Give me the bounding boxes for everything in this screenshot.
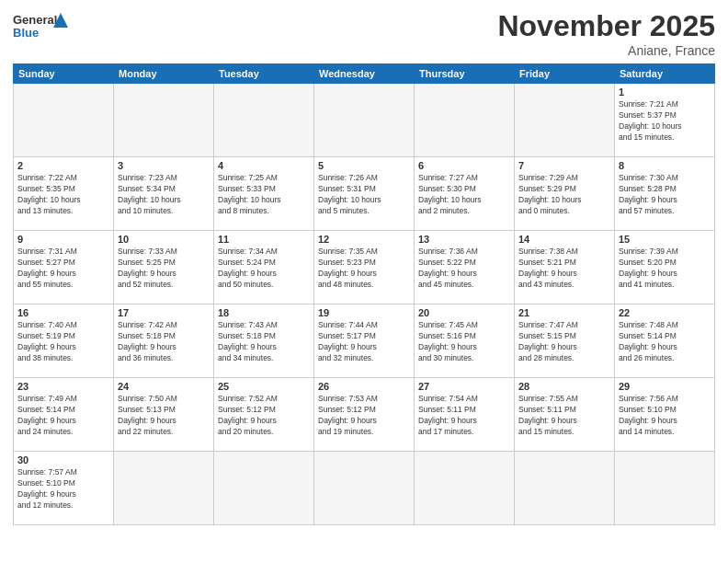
week-row-5: 23Sunrise: 7:49 AMSunset: 5:14 PMDayligh…: [14, 378, 715, 452]
day-number: 9: [17, 234, 109, 245]
logo: General Blue: [13, 9, 68, 42]
day-number: 16: [17, 307, 109, 318]
day-cell: [114, 84, 214, 157]
day-cell: [415, 452, 515, 525]
day-info: Sunrise: 7:45 AMSunset: 5:16 PMDaylight:…: [418, 320, 510, 364]
day-cell: 24Sunrise: 7:50 AMSunset: 5:13 PMDayligh…: [114, 378, 214, 452]
day-number: 28: [518, 381, 610, 392]
day-info: Sunrise: 7:21 AMSunset: 5:37 PMDaylight:…: [619, 99, 711, 144]
day-info: Sunrise: 7:49 AMSunset: 5:14 PMDaylight:…: [17, 394, 109, 438]
day-cell: [14, 84, 114, 157]
day-number: 8: [619, 160, 711, 171]
day-cell: [415, 84, 515, 157]
day-info: Sunrise: 7:42 AMSunset: 5:18 PMDaylight:…: [118, 320, 210, 364]
day-info: Sunrise: 7:55 AMSunset: 5:11 PMDaylight:…: [518, 394, 610, 438]
day-cell: 15Sunrise: 7:39 AMSunset: 5:20 PMDayligh…: [615, 231, 715, 304]
day-number: 12: [318, 234, 410, 245]
day-info: Sunrise: 7:44 AMSunset: 5:17 PMDaylight:…: [318, 320, 410, 364]
day-cell: 16Sunrise: 7:40 AMSunset: 5:19 PMDayligh…: [14, 304, 114, 378]
day-info: Sunrise: 7:35 AMSunset: 5:23 PMDaylight:…: [318, 247, 410, 291]
logo-icon: General Blue: [13, 9, 68, 42]
day-number: 5: [318, 160, 410, 171]
day-cell: 12Sunrise: 7:35 AMSunset: 5:23 PMDayligh…: [314, 231, 415, 304]
day-number: 19: [318, 307, 410, 318]
day-number: 3: [118, 160, 210, 171]
day-cell: [615, 452, 715, 525]
day-cell: 20Sunrise: 7:45 AMSunset: 5:16 PMDayligh…: [415, 304, 515, 378]
day-number: 14: [518, 234, 610, 245]
day-info: Sunrise: 7:54 AMSunset: 5:11 PMDaylight:…: [418, 394, 510, 438]
day-cell: 14Sunrise: 7:38 AMSunset: 5:21 PMDayligh…: [515, 231, 615, 304]
day-cell: 11Sunrise: 7:34 AMSunset: 5:24 PMDayligh…: [214, 231, 314, 304]
col-friday: Friday: [515, 64, 615, 84]
day-cell: 9Sunrise: 7:31 AMSunset: 5:27 PMDaylight…: [14, 231, 114, 304]
day-number: 10: [118, 234, 210, 245]
day-cell: 19Sunrise: 7:44 AMSunset: 5:17 PMDayligh…: [314, 304, 415, 378]
col-tuesday: Tuesday: [214, 64, 314, 84]
week-row-4: 16Sunrise: 7:40 AMSunset: 5:19 PMDayligh…: [14, 304, 715, 378]
col-saturday: Saturday: [615, 64, 715, 84]
day-info: Sunrise: 7:31 AMSunset: 5:27 PMDaylight:…: [17, 247, 109, 291]
day-cell: [314, 452, 415, 525]
day-cell: 26Sunrise: 7:53 AMSunset: 5:12 PMDayligh…: [314, 378, 415, 452]
day-number: 22: [619, 307, 711, 318]
day-cell: 23Sunrise: 7:49 AMSunset: 5:14 PMDayligh…: [14, 378, 114, 452]
day-cell: 25Sunrise: 7:52 AMSunset: 5:12 PMDayligh…: [214, 378, 314, 452]
day-cell: 7Sunrise: 7:29 AMSunset: 5:29 PMDaylight…: [515, 157, 615, 231]
day-cell: 22Sunrise: 7:48 AMSunset: 5:14 PMDayligh…: [615, 304, 715, 378]
svg-text:General: General: [13, 13, 57, 27]
day-cell: 30Sunrise: 7:57 AMSunset: 5:10 PMDayligh…: [14, 452, 114, 525]
day-info: Sunrise: 7:43 AMSunset: 5:18 PMDaylight:…: [218, 320, 310, 364]
day-cell: 29Sunrise: 7:56 AMSunset: 5:10 PMDayligh…: [615, 378, 715, 452]
col-monday: Monday: [114, 64, 214, 84]
day-cell: [314, 84, 415, 157]
col-wednesday: Wednesday: [314, 64, 415, 84]
day-number: 20: [418, 307, 510, 318]
calendar-body: 1Sunrise: 7:21 AMSunset: 5:37 PMDaylight…: [14, 84, 715, 525]
day-info: Sunrise: 7:56 AMSunset: 5:10 PMDaylight:…: [619, 394, 711, 438]
day-info: Sunrise: 7:23 AMSunset: 5:34 PMDaylight:…: [118, 173, 210, 217]
day-cell: 6Sunrise: 7:27 AMSunset: 5:30 PMDaylight…: [415, 157, 515, 231]
day-info: Sunrise: 7:26 AMSunset: 5:31 PMDaylight:…: [318, 173, 410, 217]
day-number: 30: [17, 454, 109, 465]
day-number: 13: [418, 234, 510, 245]
day-info: Sunrise: 7:29 AMSunset: 5:29 PMDaylight:…: [518, 173, 610, 217]
day-info: Sunrise: 7:36 AMSunset: 5:22 PMDaylight:…: [418, 247, 510, 291]
day-number: 26: [318, 381, 410, 392]
day-info: Sunrise: 7:30 AMSunset: 5:28 PMDaylight:…: [619, 173, 711, 217]
day-cell: [114, 452, 214, 525]
week-row-6: 30Sunrise: 7:57 AMSunset: 5:10 PMDayligh…: [14, 452, 715, 525]
day-info: Sunrise: 7:52 AMSunset: 5:12 PMDaylight:…: [218, 394, 310, 438]
week-row-1: 1Sunrise: 7:21 AMSunset: 5:37 PMDaylight…: [14, 84, 715, 157]
day-info: Sunrise: 7:48 AMSunset: 5:14 PMDaylight:…: [619, 320, 711, 364]
day-cell: 18Sunrise: 7:43 AMSunset: 5:18 PMDayligh…: [214, 304, 314, 378]
day-info: Sunrise: 7:34 AMSunset: 5:24 PMDaylight:…: [218, 247, 310, 291]
day-number: 2: [17, 160, 109, 171]
day-number: 23: [17, 381, 109, 392]
day-cell: 3Sunrise: 7:23 AMSunset: 5:34 PMDaylight…: [114, 157, 214, 231]
day-number: 21: [518, 307, 610, 318]
week-row-3: 9Sunrise: 7:31 AMSunset: 5:27 PMDaylight…: [14, 231, 715, 304]
location: Aniane, France: [497, 43, 715, 58]
day-number: 27: [418, 381, 510, 392]
day-cell: 21Sunrise: 7:47 AMSunset: 5:15 PMDayligh…: [515, 304, 615, 378]
calendar-header: Sunday Monday Tuesday Wednesday Thursday…: [14, 64, 715, 84]
day-number: 15: [619, 234, 711, 245]
header: General Blue November 2025 Aniane, Franc…: [13, 9, 715, 58]
day-number: 25: [218, 381, 310, 392]
day-cell: 2Sunrise: 7:22 AMSunset: 5:35 PMDaylight…: [14, 157, 114, 231]
day-number: 6: [418, 160, 510, 171]
day-cell: 13Sunrise: 7:36 AMSunset: 5:22 PMDayligh…: [415, 231, 515, 304]
day-number: 4: [218, 160, 310, 171]
day-info: Sunrise: 7:50 AMSunset: 5:13 PMDaylight:…: [118, 394, 210, 438]
col-sunday: Sunday: [14, 64, 114, 84]
day-cell: 17Sunrise: 7:42 AMSunset: 5:18 PMDayligh…: [114, 304, 214, 378]
calendar: Sunday Monday Tuesday Wednesday Thursday…: [13, 63, 715, 525]
day-info: Sunrise: 7:39 AMSunset: 5:20 PMDaylight:…: [619, 247, 711, 291]
day-info: Sunrise: 7:22 AMSunset: 5:35 PMDaylight:…: [17, 173, 109, 217]
day-cell: 10Sunrise: 7:33 AMSunset: 5:25 PMDayligh…: [114, 231, 214, 304]
day-cell: 27Sunrise: 7:54 AMSunset: 5:11 PMDayligh…: [415, 378, 515, 452]
day-cell: [214, 84, 314, 157]
col-thursday: Thursday: [415, 64, 515, 84]
day-cell: 1Sunrise: 7:21 AMSunset: 5:37 PMDaylight…: [615, 84, 715, 157]
